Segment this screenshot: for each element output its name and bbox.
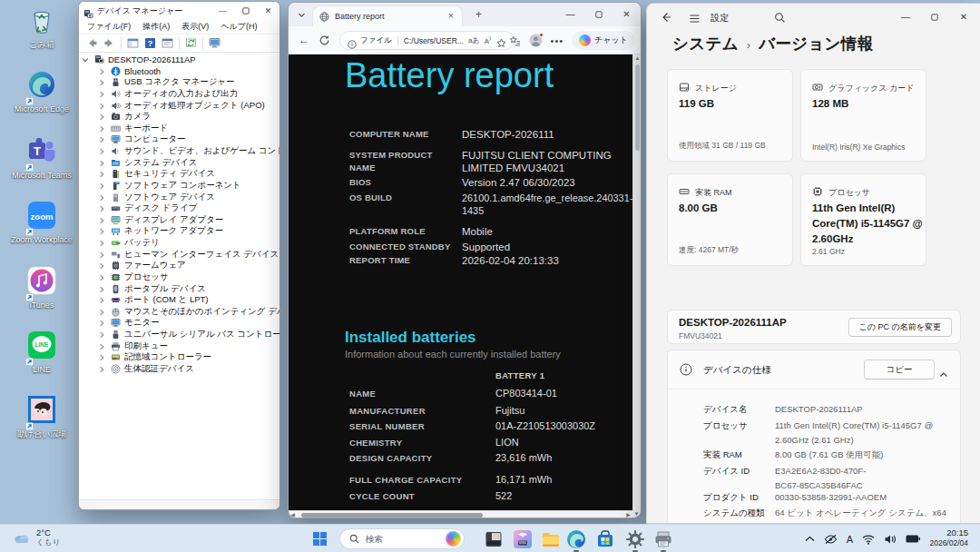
minimize-button[interactable]: — xyxy=(891,4,920,30)
battery-tray-icon[interactable] xyxy=(906,535,920,543)
taskbar-settings-taskbar-icon[interactable] xyxy=(623,528,647,550)
devicemanager-menu-2[interactable]: 表示(V) xyxy=(181,21,209,33)
devicemanager-tree-item[interactable]: サウンド、ビデオ、およびゲーム コントローラー xyxy=(79,145,279,157)
rename-pc-button[interactable]: この PC の名前を変更 xyxy=(848,318,952,337)
tab-close-icon[interactable]: × xyxy=(446,12,456,21)
minimize-button[interactable]: — xyxy=(556,3,584,25)
devicemanager-menu-0[interactable]: ファイル(F) xyxy=(87,21,131,33)
devicemanager-menu-1[interactable]: 操作(A) xyxy=(142,21,170,33)
devicemanager-tree-item[interactable]: オーディオの入力および出力 xyxy=(79,88,279,100)
chevron-collapsed-icon[interactable] xyxy=(98,205,105,212)
read-aloud-icon[interactable]: A) xyxy=(485,35,491,45)
chevron-expanded-icon[interactable] xyxy=(82,56,89,64)
device-spec-header[interactable]: デバイスの仕様 コピー xyxy=(668,350,960,389)
taskbar-edge-taskbar-icon[interactable] xyxy=(564,528,588,550)
search-input[interactable] xyxy=(366,534,444,544)
maximize-button[interactable] xyxy=(920,4,949,30)
taskbar-clock[interactable]: 20:15 2026/02/04 xyxy=(929,527,968,548)
desktop-icon-itunes[interactable]: iTunes xyxy=(5,266,78,310)
devicemanager-toolbar-button[interactable] xyxy=(159,35,176,52)
back-arrow-icon[interactable] xyxy=(660,11,672,24)
chevron-collapsed-icon[interactable] xyxy=(98,160,105,167)
chevron-collapsed-icon[interactable] xyxy=(98,217,105,224)
vertical-scrollbar[interactable]: ▲ xyxy=(632,54,641,510)
chevron-collapsed-icon[interactable] xyxy=(98,366,105,373)
breadcrumb-system[interactable]: システム xyxy=(672,33,739,54)
close-button[interactable]: ✕ xyxy=(257,2,279,20)
start-button[interactable] xyxy=(313,532,327,546)
hamburger-menu-icon[interactable] xyxy=(689,12,701,24)
devicemanager-tree-item[interactable]: ソフトウェア コンポーネント xyxy=(79,180,279,192)
devicemanager-toolbar-button[interactable] xyxy=(83,35,101,52)
devicemanager-toolbar-button[interactable]: ? xyxy=(142,35,159,52)
taskbar-copilot-365-icon[interactable]: M365 xyxy=(511,528,534,550)
close-button[interactable]: ✕ xyxy=(949,4,978,30)
translate-icon[interactable]: aあ xyxy=(468,35,480,45)
chevron-collapsed-icon[interactable] xyxy=(98,309,105,316)
favorite-star-icon[interactable] xyxy=(496,35,506,45)
back-icon[interactable] xyxy=(86,37,98,49)
taskbar-pinned-app-icon[interactable] xyxy=(482,528,505,550)
search-highlights-icon[interactable] xyxy=(446,531,461,547)
desktop-icon-teams[interactable]: TMicrosoft Teams xyxy=(5,136,78,180)
copilot-chat-button[interactable]: チャット xyxy=(572,31,635,50)
chevron-collapsed-icon[interactable] xyxy=(98,251,105,259)
refresh-icon[interactable] xyxy=(185,37,197,49)
taskbar-search-box[interactable] xyxy=(339,528,465,549)
devicemanager-tree-item[interactable]: 生体認証デバイス xyxy=(79,363,279,375)
taskbar-microsoft-store-icon[interactable] xyxy=(593,528,617,550)
profile-avatar[interactable] xyxy=(529,34,543,47)
maximize-button[interactable] xyxy=(584,3,612,25)
scan-hardware-icon[interactable] xyxy=(209,37,220,49)
chevron-collapsed-icon[interactable] xyxy=(98,148,105,155)
chevron-up-icon[interactable] xyxy=(939,366,948,373)
taskbar-weather-widget[interactable]: 2°C くもり xyxy=(13,527,60,547)
devicemanager-tree-root[interactable]: DESKTOP-2026111AP xyxy=(79,54,279,65)
devicemanager-tree-item[interactable]: ディスク ドライブ xyxy=(79,202,279,214)
browser-tab-battery-report[interactable]: Battery report × xyxy=(313,6,462,26)
horizontal-scrollbar[interactable]: ◀ ▶ xyxy=(289,510,632,518)
taskbar-file-explorer-icon[interactable] xyxy=(539,528,563,550)
search-icon[interactable] xyxy=(774,11,786,23)
wifi-icon[interactable] xyxy=(862,534,875,545)
vertical-scroll-thumb[interactable] xyxy=(635,64,640,151)
settings-titlebar[interactable]: 設定 — ✕ xyxy=(647,4,980,31)
chevron-collapsed-icon[interactable] xyxy=(98,331,105,339)
desktop-icon-photo-shortcut[interactable]: 助け合い広場 xyxy=(5,395,78,439)
devicemanager-tree-item[interactable]: セキュリティ デバイス xyxy=(79,168,279,180)
forward-icon[interactable] xyxy=(103,37,115,49)
desktop-icon-zoom[interactable]: zoomZoom Workplace xyxy=(5,201,78,244)
chevron-collapsed-icon[interactable] xyxy=(98,182,105,190)
chevron-collapsed-icon[interactable] xyxy=(98,113,105,121)
chevron-collapsed-icon[interactable] xyxy=(98,274,105,281)
devicemanager-toolbar-button[interactable] xyxy=(206,35,223,52)
scroll-right-icon[interactable]: ▶ xyxy=(624,511,632,518)
copy-button[interactable]: コピー xyxy=(864,360,935,380)
chevron-collapsed-icon[interactable] xyxy=(98,79,105,86)
chevron-collapsed-icon[interactable] xyxy=(98,194,105,202)
address-bar[interactable]: ファイル C:/Users/USER... aあ A) xyxy=(339,31,514,50)
devicemanager-tree-item[interactable]: 記憶域コントローラー xyxy=(79,351,279,363)
desktop-icon-recycle-bin[interactable]: ごみ箱 xyxy=(5,5,78,49)
chevron-collapsed-icon[interactable] xyxy=(98,136,105,143)
devicemanager-toolbar-button[interactable] xyxy=(124,35,142,52)
horizontal-scroll-thumb[interactable] xyxy=(301,513,483,518)
devicemanager-tree-item[interactable]: プロセッサ xyxy=(79,271,279,283)
minimize-button[interactable]: — xyxy=(211,2,234,20)
devicemanager-tree-item[interactable]: USB コネクタ マネージャー xyxy=(79,76,279,88)
properties-icon[interactable] xyxy=(162,37,173,49)
desktop-icon-edge[interactable]: Microsoft Edge xyxy=(5,70,78,113)
scroll-up-icon[interactable]: ▲ xyxy=(633,54,642,63)
chevron-collapsed-icon[interactable] xyxy=(98,171,105,178)
devicemanager-toolbar-button[interactable] xyxy=(182,35,200,52)
devicemanager-tree-item[interactable]: コンピューター xyxy=(79,133,279,145)
ime-mode-indicator[interactable]: A xyxy=(847,534,853,545)
chevron-collapsed-icon[interactable] xyxy=(98,91,105,98)
devicemanager-toolbar-button[interactable] xyxy=(101,35,118,52)
chevron-collapsed-icon[interactable] xyxy=(98,262,105,270)
new-tab-button[interactable]: + xyxy=(473,9,485,21)
more-menu-icon[interactable]: ••• xyxy=(551,35,564,46)
devicemanager-tree-item[interactable]: ネットワーク アダプター xyxy=(79,225,279,237)
refresh-button[interactable] xyxy=(318,34,331,46)
chevron-collapsed-icon[interactable] xyxy=(98,125,105,133)
